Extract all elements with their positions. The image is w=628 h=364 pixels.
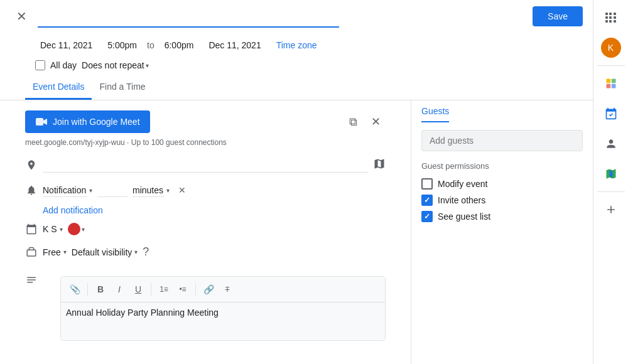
remove-notification-button[interactable]: ✕: [175, 183, 190, 198]
tabs-bar: Event Details Find a Time: [0, 75, 593, 100]
all-day-checkbox[interactable]: [35, 60, 45, 70]
chevron-down-icon: ▾: [60, 226, 63, 233]
copy-icon: ⧉: [349, 115, 357, 129]
copy-meet-link-button[interactable]: ⧉: [343, 112, 363, 132]
invite-others-checkbox[interactable]: [421, 195, 433, 206]
see-guest-list-checkbox[interactable]: [421, 211, 433, 222]
calendar-side-button[interactable]: [598, 101, 624, 126]
apps-button[interactable]: [598, 5, 624, 30]
timezone-button[interactable]: Time zone: [271, 38, 322, 53]
guests-section-title: Guests: [421, 106, 449, 122]
modify-event-label: Modify event: [438, 179, 487, 189]
calendar-name: K S: [43, 224, 57, 234]
underline-icon: U: [135, 284, 141, 294]
status-label: Free: [43, 247, 61, 257]
start-time-button[interactable]: 5:00pm: [102, 38, 142, 53]
description-text[interactable]: Annual Holiday Party Planning Meeting: [61, 302, 385, 340]
ordered-list-icon: 1≡: [160, 285, 168, 294]
add-icon: [605, 203, 617, 216]
notification-value-input[interactable]: 10: [97, 184, 127, 197]
notification-unit-select[interactable]: minutes: [133, 184, 164, 197]
svg-rect-0: [36, 118, 43, 126]
underline-button[interactable]: U: [129, 281, 147, 298]
link-button[interactable]: 🔗: [200, 281, 217, 298]
bold-button[interactable]: B: [92, 281, 109, 298]
chevron-down-icon: ▾: [146, 62, 149, 69]
meet-icon: [35, 115, 48, 128]
tab-find-time[interactable]: Find a Time: [92, 75, 153, 100]
tasks-button[interactable]: [598, 71, 624, 96]
calendar-icon: [25, 223, 38, 235]
ordered-list-button[interactable]: 1≡: [155, 281, 173, 298]
end-time-button[interactable]: 6:00pm: [160, 38, 199, 53]
add-notification-button[interactable]: Add notification: [43, 203, 103, 218]
calendar-row: K S ▾ ▾: [25, 218, 386, 240]
visibility-select-button[interactable]: Default visibility ▾: [72, 247, 138, 257]
chevron-down-icon: ▾: [166, 187, 170, 194]
color-circle: [68, 223, 80, 235]
see-guest-list-label: See guest list: [438, 211, 490, 222]
tab-event-details[interactable]: Event Details: [25, 75, 92, 100]
meet-button-label: Join with Google Meet: [53, 117, 140, 127]
unordered-list-icon: •≡: [179, 285, 186, 294]
join-meet-button[interactable]: Join with Google Meet: [25, 110, 150, 133]
permission-modify-event: Modify event: [421, 176, 583, 192]
modify-event-checkbox[interactable]: [421, 178, 433, 190]
italic-icon: I: [118, 284, 121, 294]
close-button[interactable]: ✕: [10, 5, 33, 28]
tasks-icon: [605, 77, 617, 90]
help-icon[interactable]: ?: [143, 245, 149, 259]
calendar-check-icon: [605, 107, 617, 120]
add-sidebar-button[interactable]: [598, 197, 624, 222]
event-title-input[interactable]: Party Planning Meeting: [38, 5, 339, 28]
notification-row: Notification ▾ 10 minutes ▾ ✕: [25, 178, 386, 203]
save-button[interactable]: Save: [533, 6, 583, 26]
maps-button[interactable]: [598, 161, 624, 186]
chevron-down-icon: ▾: [82, 226, 85, 233]
remove-meet-button[interactable]: ✕: [365, 112, 386, 132]
right-sidebar: K: [593, 0, 628, 364]
to-separator: to: [147, 40, 154, 50]
close-icon: ✕: [16, 9, 27, 24]
permissions-title: Guest permissions: [421, 161, 583, 171]
add-guests-input[interactable]: [421, 130, 583, 151]
remove-format-icon: T: [225, 286, 230, 293]
description-row: 📎 B I U: [25, 264, 386, 346]
permission-invite-others: Invite others: [421, 192, 583, 208]
status-row: Free ▾ Default visibility ▾ ?: [25, 240, 386, 264]
color-picker-button[interactable]: ▾: [68, 223, 85, 235]
contacts-button[interactable]: [598, 131, 624, 156]
unordered-list-button[interactable]: •≡: [174, 281, 192, 298]
end-date-button[interactable]: Dec 11, 2021: [203, 38, 266, 53]
user-avatar-button[interactable]: K: [598, 35, 624, 60]
map-icon: [373, 158, 386, 170]
map-button[interactable]: [373, 158, 386, 172]
location-input[interactable]: Virtual: [43, 157, 368, 173]
italic-button[interactable]: I: [111, 281, 128, 298]
bold-icon: B: [97, 284, 104, 294]
contacts-icon: [605, 137, 617, 150]
location-row: Virtual: [25, 152, 386, 178]
calendar-select-button[interactable]: K S ▾: [43, 224, 63, 234]
repeat-dropdown[interactable]: Does not repeat ▾: [82, 60, 149, 70]
svg-rect-3: [611, 79, 615, 83]
svg-rect-5: [611, 84, 615, 88]
user-avatar: K: [601, 38, 621, 58]
start-date-button[interactable]: Dec 11, 2021: [35, 38, 97, 53]
repeat-label: Does not repeat: [82, 60, 144, 70]
description-toolbar: 📎 B I U: [61, 277, 385, 302]
attachment-button[interactable]: 📎: [66, 281, 84, 298]
meet-link-text: meet.google.com/tyj-xyjp-wuu · Up to 100…: [25, 138, 386, 152]
guests-panel: Guests Guest permissions Modify event In…: [411, 100, 593, 364]
link-icon: 🔗: [203, 284, 214, 294]
close-icon: ✕: [371, 115, 381, 129]
permission-see-guest-list: See guest list: [421, 208, 583, 225]
status-select-button[interactable]: Free ▾: [43, 247, 67, 257]
invite-others-label: Invite others: [438, 195, 485, 205]
notification-icon: [25, 184, 38, 196]
chevron-down-icon: ▾: [63, 249, 67, 255]
notification-type-select[interactable]: Notification: [43, 184, 87, 197]
svg-marker-1: [43, 119, 47, 125]
remove-format-button[interactable]: T: [219, 281, 236, 298]
attachment-icon: 📎: [70, 284, 80, 294]
